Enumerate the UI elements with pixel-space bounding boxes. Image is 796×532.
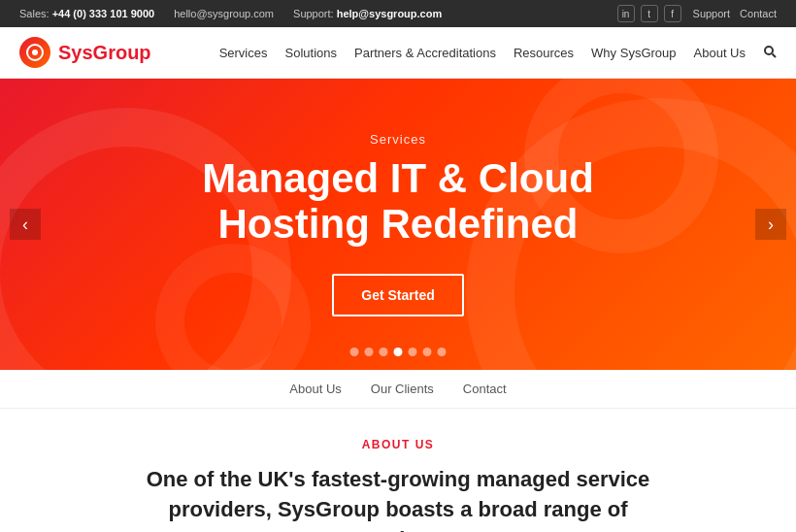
nav-why-sysgroup[interactable]: Why SysGroup xyxy=(591,46,676,60)
hero-title: Managed IT & Cloud Hosting Redefined xyxy=(202,156,594,246)
nav-about[interactable]: About Us xyxy=(694,46,746,60)
dot-3[interactable] xyxy=(380,348,388,356)
top-bar-left: Sales: +44 (0) 333 101 9000 hello@sysgro… xyxy=(19,8,442,19)
svg-point-1 xyxy=(32,50,38,55)
contact-link-top[interactable]: Contact xyxy=(740,8,777,19)
dot-4[interactable] xyxy=(394,348,403,356)
hero-content: Services Managed IT & Cloud Hosting Rede… xyxy=(202,132,594,316)
dot-6[interactable] xyxy=(423,348,432,356)
dot-7[interactable] xyxy=(438,348,447,356)
facebook-icon[interactable]: f xyxy=(664,5,681,22)
social-icons: in t f xyxy=(617,5,681,22)
nav-solutions[interactable]: Solutions xyxy=(285,46,337,60)
header: SysGroup Services Solutions Partners & A… xyxy=(0,27,796,79)
logo[interactable]: SysGroup xyxy=(19,37,151,68)
slider-prev-button[interactable]: ‹ xyxy=(10,209,41,240)
dot-5[interactable] xyxy=(409,348,417,356)
sec-nav-contact[interactable]: Contact xyxy=(463,382,507,396)
search-icon[interactable] xyxy=(763,45,777,61)
linkedin-icon[interactable]: in xyxy=(617,5,635,22)
slider-dots xyxy=(350,348,447,356)
about-label: About Us xyxy=(19,438,777,451)
slider-next-button[interactable]: › xyxy=(755,209,786,240)
secondary-nav: About Us Our Clients Contact xyxy=(0,370,796,409)
about-text: One of the UK's fastest-growing managed … xyxy=(126,465,670,532)
hero-cta-button[interactable]: Get Started xyxy=(332,274,463,316)
svg-point-2 xyxy=(765,47,773,54)
nav-services[interactable]: Services xyxy=(219,46,268,60)
support-link[interactable]: Support xyxy=(693,8,731,19)
sec-nav-about[interactable]: About Us xyxy=(289,382,341,396)
main-nav: Services Solutions Partners & Accreditat… xyxy=(219,45,777,61)
sales-info: Sales: +44 (0) 333 101 9000 xyxy=(19,8,154,19)
logo-text: SysGroup xyxy=(58,42,151,64)
support-info: Support: help@sysgroup.com xyxy=(293,8,442,19)
hero-subtitle: Services xyxy=(202,132,594,147)
hero-section: ‹ Services Managed IT & Cloud Hosting Re… xyxy=(0,79,796,370)
dot-1[interactable] xyxy=(350,348,359,356)
top-bar-right: in t f Support Contact xyxy=(617,5,777,22)
dot-2[interactable] xyxy=(365,348,374,356)
top-bar-links: Support Contact xyxy=(693,8,777,19)
svg-line-3 xyxy=(773,53,777,57)
top-bar: Sales: +44 (0) 333 101 9000 hello@sysgro… xyxy=(0,0,796,27)
email-info: hello@sysgroup.com xyxy=(174,8,274,19)
twitter-icon[interactable]: t xyxy=(641,5,658,22)
nav-resources[interactable]: Resources xyxy=(514,46,574,60)
logo-icon xyxy=(19,37,50,68)
sec-nav-clients[interactable]: Our Clients xyxy=(371,382,434,396)
nav-partners[interactable]: Partners & Accreditations xyxy=(354,46,496,60)
about-section: About Us One of the UK's fastest-growing… xyxy=(0,409,796,532)
